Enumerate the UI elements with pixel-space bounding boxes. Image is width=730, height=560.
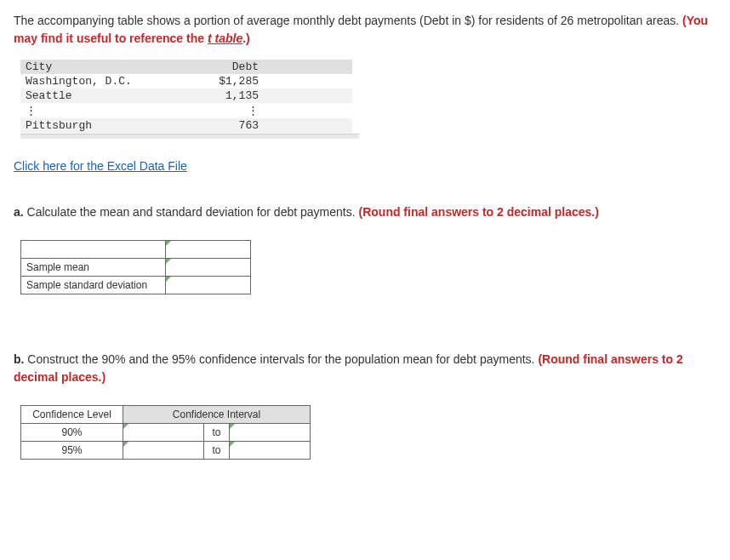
sample-mean-label: Sample mean [21, 259, 166, 277]
table-row: ⋮ [20, 103, 191, 118]
sample-sd-input[interactable] [166, 277, 251, 294]
table-row: ⋮ [191, 103, 267, 118]
excel-file-link[interactable]: Click here for the Excel Data File [14, 159, 187, 173]
col-city: City [20, 60, 191, 74]
ci-level-header: Confidence Level [21, 406, 123, 424]
ci-level-90: 90% [21, 424, 123, 442]
ci-to: to [204, 424, 230, 442]
part-a-note: (Round final answers to 2 decimal places… [359, 205, 599, 219]
blank: . [166, 241, 251, 259]
part-a-text: Calculate the mean and standard deviatio… [24, 205, 359, 219]
data-table: City Debt Washington, D.C. $1,285 Seattl… [20, 60, 352, 133]
spacer [267, 60, 352, 74]
sample-sd-label: Sample standard deviation [21, 277, 166, 294]
table-row: Seattle [20, 89, 191, 103]
table-row: $1,285 [191, 74, 267, 89]
part-a-prompt: a. Calculate the mean and standard devia… [14, 203, 716, 221]
ci-95-upper-input[interactable] [230, 442, 311, 460]
ci-to: to [204, 442, 230, 460]
table-row: 763 [191, 118, 267, 133]
part-a-label: a. [14, 205, 24, 219]
table-row: 1,135 [191, 89, 267, 103]
ci-level-95: 95% [21, 442, 123, 460]
part-b-label: b. [14, 352, 24, 366]
blank [21, 241, 166, 259]
sample-mean-input[interactable] [166, 259, 251, 277]
table-row: Washington, D.C. [20, 74, 191, 89]
ci-95-lower-input[interactable] [123, 442, 204, 460]
ci-90-lower-input[interactable] [123, 424, 204, 442]
part-b-prompt: b. Construct the 90% and the 95% confide… [14, 351, 716, 386]
part-b-text: Construct the 90% and the 95% confidence… [24, 352, 538, 366]
intro-text: The accompanying table shows a portion o… [14, 14, 682, 27]
t-table-link[interactable]: t table [208, 31, 242, 45]
part-a-table: . Sample mean Sample standard deviation [20, 240, 251, 294]
table-row: Pittsburgh [20, 118, 191, 133]
ci-90-upper-input[interactable] [230, 424, 311, 442]
ci-interval-header: Confidence Interval [123, 406, 311, 424]
intro-paragraph: The accompanying table shows a portion o… [14, 12, 716, 48]
part-b-table: Confidence Level Confidence Interval 90%… [20, 405, 311, 460]
scroll-indicator [20, 134, 359, 139]
col-debt: Debt [191, 60, 267, 74]
hint-suffix: .) [242, 31, 250, 45]
